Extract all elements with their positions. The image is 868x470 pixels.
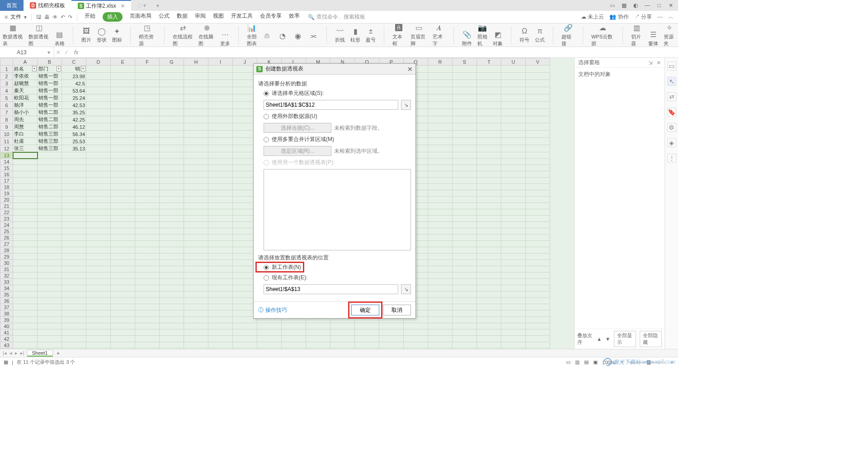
rail-select-icon[interactable]: ▭ [667, 61, 676, 70]
cancel-fx-icon[interactable]: ✕ [54, 49, 62, 56]
layout-icon[interactable]: ▭ [609, 2, 616, 9]
tab-workbook[interactable]: S工作簿2.xlsx✕ [71, 0, 131, 11]
fx-label[interactable]: fx [71, 49, 82, 56]
formula-input[interactable] [82, 47, 678, 57]
sheet-first-icon[interactable]: |◂ [3, 350, 7, 356]
rb-camera[interactable]: 📷照相机 [477, 24, 487, 47]
name-box[interactable]: ▾ [0, 47, 54, 57]
undo-icon[interactable]: ↶ [61, 14, 65, 20]
rail-setting-icon[interactable]: ⚙ [667, 123, 676, 132]
rb-hyperlink[interactable]: 🔗超链接 [561, 24, 575, 47]
rail-bookmark-icon[interactable]: 🔖 [667, 108, 676, 117]
rb-chart-d[interactable]: ⫘ [308, 32, 318, 47]
radio-new-sheet[interactable]: 新工作表(N) [264, 263, 411, 271]
dialog-titlebar[interactable]: S 创建数据透视表 ✕ [254, 64, 415, 75]
tab-start[interactable]: 开始 [85, 12, 95, 22]
sheet-next-icon[interactable]: ▸ [15, 350, 18, 356]
rb-wordart[interactable]: 𝑨艺术字 [433, 24, 445, 47]
ok-button[interactable]: 确定 [351, 305, 379, 315]
user-icon[interactable]: ◐ [632, 2, 639, 9]
rb-slicer[interactable]: ▥切片器 [631, 24, 643, 47]
rail-pin-icon[interactable]: ◈ [667, 138, 676, 147]
tab-insert[interactable]: 插入 [103, 12, 123, 22]
tab-new[interactable]: ＋ [152, 2, 163, 9]
grid-row[interactable]: 43 [0, 342, 550, 348]
coop-button[interactable]: 👥 协作 [609, 13, 628, 21]
rb-sparkline-line[interactable]: 〰折线 [335, 27, 345, 43]
tips-link[interactable]: ⓘ操作技巧 [258, 306, 287, 314]
tab-view[interactable]: 视图 [213, 12, 224, 22]
sheet-last-icon[interactable]: ▸| [20, 350, 24, 356]
rb-symbol[interactable]: Ω符号 [519, 27, 529, 43]
pane-close-icon[interactable]: ✕ [656, 60, 661, 66]
rb-picture[interactable]: 🖼图片 [81, 27, 91, 43]
tab-template[interactable]: D找稻壳模板 [24, 0, 71, 11]
rb-equation[interactable]: π公式 [535, 27, 545, 43]
location-ref-button[interactable]: ↘ [401, 284, 411, 294]
rb-more[interactable]: ⋯更多 [220, 30, 230, 47]
hide-all-button[interactable]: 全部隐藏 [640, 331, 662, 347]
sheet-prev-icon[interactable]: ◂ [9, 350, 12, 356]
radio-multi[interactable]: 使用多重合并计算区域(M) [264, 136, 411, 143]
location-input[interactable] [264, 284, 398, 294]
tab-review[interactable]: 审阅 [195, 12, 206, 22]
rb-chart-c[interactable]: ◉ [293, 32, 303, 47]
redo-icon[interactable]: ↷ [68, 14, 72, 20]
rb-chart-b[interactable]: ◔ [278, 32, 288, 47]
more-icon[interactable]: ⋯ [657, 14, 663, 20]
view-break-icon[interactable]: ▤ [584, 359, 589, 365]
rb-attach[interactable]: 📎附件 [462, 30, 472, 47]
maximize-icon[interactable]: □ [656, 2, 663, 9]
tab-formula[interactable]: 公式 [159, 12, 170, 22]
file-menu[interactable]: 文件 [10, 13, 21, 21]
chevron-up-icon[interactable]: ︿ [668, 13, 674, 21]
rb-shape[interactable]: ◯形状 [97, 27, 107, 43]
rb-clouddata[interactable]: ☁WPS云数据 [591, 24, 614, 47]
tab-home[interactable]: 首页 [0, 0, 24, 11]
rb-sparkline-wl[interactable]: ±盈亏 [366, 27, 376, 43]
rail-link-icon[interactable]: ⇄ [667, 92, 676, 101]
rb-headerfooter[interactable]: ▭页眉页脚 [410, 24, 427, 47]
dialog-close-icon[interactable]: ✕ [407, 66, 413, 73]
grid-row[interactable]: 40 [0, 323, 550, 329]
share-button[interactable]: ↗ 分享 [634, 13, 652, 21]
tab-dev[interactable]: 开发工具 [231, 12, 253, 22]
command-search[interactable]: 🔍 查找命令、搜索模板 [308, 13, 365, 21]
tab-member[interactable]: 会员专享 [260, 12, 282, 22]
sheet-tab[interactable]: Sheet1 [27, 350, 53, 357]
rb-sparkline-col[interactable]: ▮柱形 [350, 27, 360, 43]
grid-row[interactable]: 42 [0, 336, 550, 342]
sheet-add-icon[interactable]: ＋ [56, 350, 61, 357]
rb-icon[interactable]: ✦图标 [112, 27, 122, 43]
grid-row[interactable]: 44 [0, 348, 550, 349]
pin-icon[interactable]: ⇲ [648, 60, 653, 66]
show-all-button[interactable]: 全部显示 [614, 331, 636, 347]
rb-textbox[interactable]: 🅰文本框 [392, 24, 405, 47]
close-icon[interactable]: ✕ [121, 3, 125, 9]
tab-layout[interactable]: 页面布局 [130, 12, 151, 22]
confirm-fx-icon[interactable]: ✓ [62, 49, 71, 56]
view-read-icon[interactable]: ▣ [593, 359, 598, 365]
rb-chart-a[interactable]: ⫙ [262, 32, 272, 47]
rb-docer[interactable]: ◳稻壳资源 [139, 24, 156, 47]
hamburger-icon[interactable]: ≡ [5, 14, 8, 20]
range-ref-button[interactable]: ↘ [401, 100, 411, 110]
minimize-icon[interactable]: — [644, 2, 651, 9]
grid-row[interactable]: 41 [0, 329, 550, 336]
radio-existing-sheet[interactable]: 现有工作表(E): [264, 274, 411, 282]
apps-icon[interactable]: ▦ [620, 2, 627, 9]
close-window-icon[interactable]: ✕ [667, 2, 675, 9]
radio-external[interactable]: 使用外部数据源(U) [264, 113, 411, 120]
rb-pivotchart[interactable]: ◫数据透视图 [28, 24, 49, 47]
rb-mind[interactable]: ⊕在线脑图 [198, 24, 215, 47]
rb-resource[interactable]: ✧资源夹 [664, 24, 675, 47]
name-box-input[interactable] [4, 49, 40, 56]
move-down-icon[interactable]: ▼ [605, 336, 610, 342]
tab-efficiency[interactable]: 效率 [289, 12, 300, 22]
rb-form[interactable]: ☰窗体 [648, 30, 658, 47]
dropdown-icon[interactable]: ▾ [24, 14, 27, 20]
chevron-down-icon[interactable]: ▾ [47, 49, 50, 56]
print-icon[interactable]: 🖶 [44, 14, 50, 20]
range-input[interactable] [264, 100, 398, 110]
radio-cellrange[interactable]: 请选择单元格区域(S): [264, 89, 411, 97]
